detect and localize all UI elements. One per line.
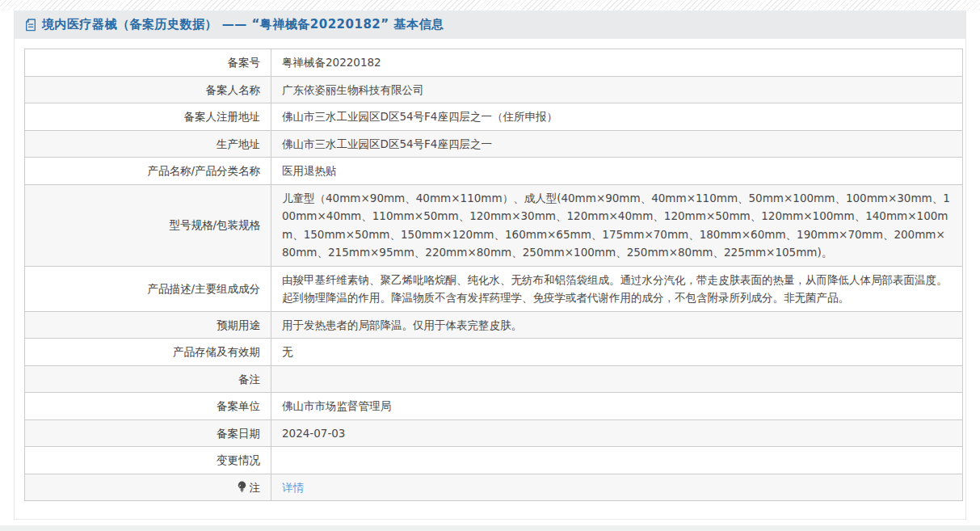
row-label: 备案人注册地址 [25, 103, 271, 131]
row-value: 粤禅械备20220182 [271, 49, 963, 77]
row-value: 由羧甲基纤维素钠、聚乙烯吡咯烷酮、纯化水、无纺布和铝箔袋组成。通过水分汽化，带走… [271, 266, 963, 311]
row-value-text: 佛山市三水工业园区D区54号F4座四层之一 [282, 137, 492, 150]
table-row: 备案人名称 广东依姿丽生物科技有限公司 [25, 76, 963, 103]
row-label: 产品存储及有效期 [25, 339, 271, 366]
table-row: 型号规格/包装规格 儿童型（40mm×90mm、40mm×110mm）、成人型(… [25, 184, 963, 266]
row-label-text: 备案人注册地址 [184, 110, 261, 123]
title-bar: 境内医疗器械（备案历史数据） —— “粤禅械备20220182” 基本信息 [15, 11, 965, 39]
row-label-text: 备案人名称 [206, 83, 261, 96]
page-title: 境内医疗器械（备案历史数据） —— “粤禅械备20220182” 基本信息 [42, 17, 444, 32]
row-label: 备案日期 [25, 419, 271, 447]
row-value-text: 由羧甲基纤维素钠、聚乙烯吡咯烷酮、纯化水、无纺布和铝箔袋组成。通过水分汽化，带走… [282, 273, 948, 305]
row-label-text: 产品存储及有效期 [173, 345, 260, 358]
page-top-pattern [0, 0, 980, 11]
row-value: 佛山市三水工业园区D区54号F4座四层之一（住所申报） [271, 103, 963, 131]
row-label: 备案号 [25, 49, 271, 77]
row-label-text: 生产地址 [217, 137, 260, 150]
row-label-text: 备注 [238, 373, 260, 386]
row-value-text: 2024-07-03 [282, 427, 345, 440]
row-label-text: 预期用途 [217, 318, 260, 331]
row-label-text: 产品名称/产品分类名称 [147, 164, 260, 177]
row-value: 佛山市市场监督管理局 [271, 393, 963, 420]
row-value-text: 广东依姿丽生物科技有限公司 [282, 83, 424, 96]
table-row: 备注 [25, 365, 963, 393]
row-label: 产品描述/主要组成成分 [25, 266, 271, 311]
row-label: 型号规格/包装规格 [25, 184, 271, 266]
row-value: 无 [271, 339, 963, 366]
row-label-text: 备案单位 [217, 399, 260, 412]
row-value: 广东依姿丽生物科技有限公司 [271, 76, 963, 103]
row-label-text: 产品描述/主要组成成分 [147, 282, 260, 295]
row-label: 生产地址 [25, 130, 271, 158]
row-label-text: 备案号 [228, 56, 261, 69]
table-row: 备案单位 佛山市市场监督管理局 [25, 393, 963, 420]
info-table-body: 备案号 粤禅械备20220182 备案人名称 广东依姿丽生物科技有限公司 备案人… [25, 49, 963, 501]
table-row: 预期用途 用于发热患者的局部降温。仅用于体表完整皮肤。 [25, 311, 963, 339]
row-value: 佛山市三水工业园区D区54号F4座四层之一 [271, 130, 963, 158]
table-row: 备案人注册地址 佛山市三水工业园区D区54号F4座四层之一（住所申报） [25, 103, 963, 131]
row-value-text: 医用退热贴 [282, 164, 337, 177]
table-row: 备案日期 2024-07-03 [25, 419, 963, 447]
row-label-text: 备案日期 [217, 427, 260, 440]
row-value [271, 447, 963, 474]
row-value-text: 佛山市市场监督管理局 [282, 399, 391, 412]
row-label: 备案人名称 [25, 76, 271, 103]
table-row: 产品描述/主要组成成分 由羧甲基纤维素钠、聚乙烯吡咯烷酮、纯化水、无纺布和铝箔袋… [25, 266, 963, 311]
table-row: 备案号 粤禅械备20220182 [25, 49, 963, 77]
page-background-bottom [0, 525, 980, 531]
table-row: 产品存储及有效期 无 [25, 339, 963, 366]
row-value: 详情 [271, 474, 963, 501]
row-label: 注 [25, 474, 271, 501]
table-row: 产品名称/产品分类名称 医用退热贴 [25, 158, 963, 185]
row-label: 备案单位 [25, 393, 271, 420]
table-row: 生产地址 佛山市三水工业园区D区54号F4座四层之一 [25, 130, 963, 158]
row-label-text: 型号规格/包装规格 [169, 218, 260, 231]
row-value: 2024-07-03 [271, 419, 963, 447]
row-value-text: 佛山市三水工业园区D区54号F4座四层之一（住所申报） [282, 110, 557, 123]
row-label-text: 变更情况 [217, 453, 260, 466]
row-value [271, 365, 963, 393]
row-value: 儿童型（40mm×90mm、40mm×110mm）、成人型(40mm×90mm、… [271, 184, 963, 266]
row-label: 变更情况 [25, 447, 271, 474]
row-label: 备注 [25, 365, 271, 393]
row-value: 用于发热患者的局部降温。仅用于体表完整皮肤。 [271, 311, 963, 339]
row-value-text: 无 [282, 345, 293, 358]
info-table-wrap: 备案号 粤禅械备20220182 备案人名称 广东依姿丽生物科技有限公司 备案人… [24, 48, 963, 501]
row-label: 产品名称/产品分类名称 [25, 158, 271, 185]
content-card: 境内医疗器械（备案历史数据） —— “粤禅械备20220182” 基本信息 备案… [14, 11, 966, 520]
detail-link[interactable]: 详情 [282, 481, 304, 494]
info-table: 备案号 粤禅械备20220182 备案人名称 广东依姿丽生物科技有限公司 备案人… [24, 48, 963, 501]
note-icon [237, 481, 247, 493]
table-row: 变更情况 [25, 447, 963, 474]
row-value-text: 用于发热患者的局部降温。仅用于体表完整皮肤。 [282, 318, 522, 331]
row-value-text: 儿童型（40mm×90mm、40mm×110mm）、成人型(40mm×90mm、… [282, 192, 950, 259]
row-value: 医用退热贴 [271, 158, 963, 185]
row-label-text: 注 [250, 481, 261, 494]
row-label: 预期用途 [25, 311, 271, 339]
table-row: 注 详情 [25, 474, 963, 501]
document-icon [25, 19, 36, 32]
row-value-text: 粤禅械备20220182 [282, 56, 381, 69]
